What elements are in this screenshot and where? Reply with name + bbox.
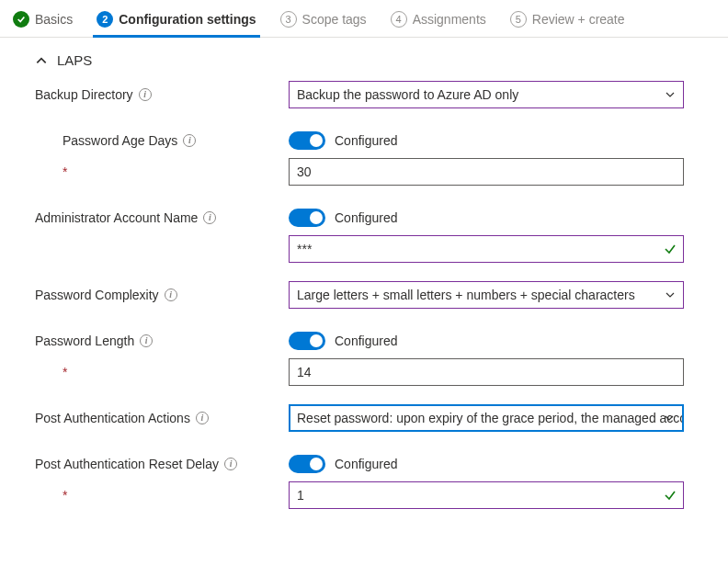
step-label: Basics: [35, 12, 73, 27]
checkmark-icon: [664, 489, 677, 502]
password-age-days-input[interactable]: [289, 158, 684, 186]
required-marker: *: [63, 365, 67, 379]
admin-account-name-input[interactable]: [289, 235, 684, 263]
chevron-down-icon: [664, 413, 675, 424]
info-icon[interactable]: i: [165, 288, 177, 301]
password-complexity-select[interactable]: Large letters + small letters + numbers …: [289, 281, 684, 309]
step-label: Assignments: [413, 12, 486, 27]
step-number-icon: 2: [97, 11, 113, 28]
label-password-length: Password Length: [35, 334, 134, 348]
step-number-icon: 3: [280, 11, 297, 28]
required-marker: *: [63, 488, 67, 503]
label-admin-account-name: Administrator Account Name: [35, 210, 198, 225]
laps-section: LAPS Backup Directory i Backup the passw…: [0, 38, 728, 531]
select-value: Backup the password to Azure AD only: [297, 87, 518, 102]
chevron-down-icon: [665, 289, 676, 300]
post-auth-actions-select[interactable]: Reset password: upon expiry of the grace…: [289, 404, 684, 432]
label-password-complexity: Password Complexity: [35, 288, 159, 302]
info-icon[interactable]: i: [196, 412, 209, 424]
label-backup-directory: Backup Directory: [35, 87, 133, 102]
toggle-state-label: Configured: [335, 457, 398, 471]
section-title: LAPS: [57, 52, 92, 68]
step-scope-tags[interactable]: 3 Scope tags: [277, 6, 370, 37]
step-label: Review + create: [532, 12, 625, 27]
checkmark-icon: [664, 243, 677, 255]
section-header[interactable]: LAPS: [35, 52, 702, 68]
info-icon[interactable]: i: [203, 211, 216, 224]
label-post-auth-actions: Post Authentication Actions: [35, 411, 190, 425]
toggle-state-label: Configured: [335, 334, 398, 348]
check-icon: [13, 11, 29, 28]
password-length-input[interactable]: [289, 358, 684, 386]
step-assignments[interactable]: 4 Assignments: [387, 6, 490, 37]
admin-account-name-toggle[interactable]: [289, 209, 325, 227]
wizard-steps: Basics 2 Configuration settings 3 Scope …: [0, 0, 728, 38]
step-basics[interactable]: Basics: [9, 6, 76, 37]
chevron-down-icon: [665, 89, 676, 100]
label-password-age-days: Password Age Days: [63, 133, 177, 148]
step-number-icon: 5: [510, 11, 527, 28]
select-value: Large letters + small letters + numbers …: [297, 288, 635, 302]
post-auth-reset-delay-toggle[interactable]: [289, 455, 325, 473]
select-value: Reset password: upon expiry of the grace…: [297, 411, 684, 425]
step-configuration-settings[interactable]: 2 Configuration settings: [93, 6, 259, 38]
step-label: Scope tags: [302, 12, 367, 27]
backup-directory-select[interactable]: Backup the password to Azure AD only: [289, 81, 684, 108]
info-icon[interactable]: i: [139, 88, 152, 101]
post-auth-reset-delay-input[interactable]: [289, 481, 684, 509]
info-icon[interactable]: i: [140, 334, 153, 347]
password-length-toggle[interactable]: [289, 332, 325, 350]
step-number-icon: 4: [391, 11, 407, 28]
toggle-state-label: Configured: [335, 133, 398, 148]
info-icon[interactable]: i: [183, 134, 196, 147]
chevron-up-icon: [35, 54, 48, 67]
required-marker: *: [63, 164, 67, 179]
step-label: Configuration settings: [119, 12, 256, 27]
password-age-days-toggle[interactable]: [289, 131, 325, 150]
step-review-create[interactable]: 5 Review + create: [506, 6, 629, 37]
label-post-auth-reset-delay: Post Authentication Reset Delay: [35, 457, 219, 471]
toggle-state-label: Configured: [335, 210, 398, 225]
info-icon[interactable]: i: [224, 458, 237, 470]
